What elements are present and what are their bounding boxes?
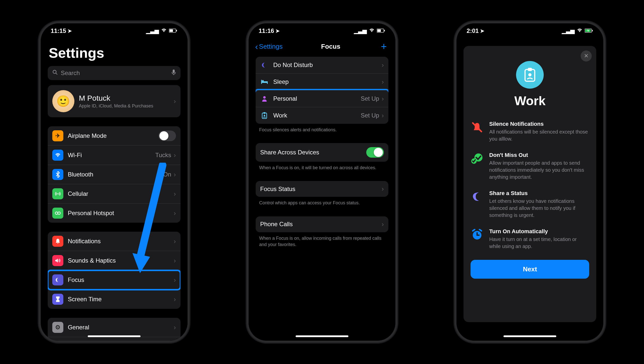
sounds-row[interactable]: Sounds & Haptics › <box>48 251 180 270</box>
hotspot-row[interactable]: Personal Hotspot › <box>48 204 180 223</box>
battery-icon <box>169 28 177 34</box>
work-value: Set Up <box>361 112 379 119</box>
svg-rect-30 <box>528 68 532 71</box>
chevron-right-icon: › <box>174 324 176 331</box>
next-button[interactable]: Next <box>471 260 589 279</box>
page-title: Settings <box>46 38 182 66</box>
svg-rect-19 <box>261 80 262 84</box>
feature-dontmiss: Don't Miss Out Allow important people an… <box>471 152 589 180</box>
share-toggle[interactable] <box>366 147 384 158</box>
dnd-row[interactable]: Do Not Disturb › <box>256 57 388 74</box>
feature-sub: All notifications will be silenced excep… <box>489 128 589 142</box>
connectivity-group: ✈︎ Airplane Mode Wi-Fi Tucks › Bluetooth… <box>48 126 180 223</box>
focus-group: Notifications › Sounds & Haptics › Focus… <box>48 232 180 309</box>
screentime-label: Screen Time <box>68 296 174 303</box>
feature-sharestatus: Share a Status Let others know you have … <box>471 190 589 219</box>
cellular-row[interactable]: Cellular › <box>48 184 180 204</box>
notch <box>287 23 357 35</box>
wifi-icon <box>577 28 583 34</box>
back-label: Settings <box>259 43 283 50</box>
phonecalls-card: Phone Calls › <box>256 216 388 232</box>
focus-row[interactable]: Focus › <box>48 270 180 290</box>
feature-sub: Allow important people and apps to send … <box>489 159 589 180</box>
phonecalls-row[interactable]: Phone Calls › <box>256 216 388 232</box>
feature-title: Share a Status <box>489 190 589 197</box>
svg-point-25 <box>264 115 265 116</box>
search-icon <box>52 70 58 77</box>
chevron-right-icon: › <box>174 171 176 178</box>
status-time: 11:16 <box>259 27 274 34</box>
back-button[interactable]: ‹ Settings <box>255 42 283 51</box>
location-arrow-icon: ➤ <box>68 28 72 34</box>
moon-icon <box>471 190 484 203</box>
focus-label: Focus <box>68 276 174 283</box>
focusstatus-label: Focus Status <box>260 186 382 193</box>
person-icon <box>260 94 269 103</box>
phone-work-setup: 2:01 ➤ ▁▃▅ ✕ Work <box>454 21 605 343</box>
mic-icon[interactable] <box>171 69 176 77</box>
apple-id-card[interactable]: 🙂 M Potuck Apple ID, iCloud, Media & Pur… <box>48 85 180 117</box>
footer-text: Focus silences alerts and notifications. <box>254 124 390 133</box>
svg-point-21 <box>262 80 264 82</box>
home-indicator[interactable] <box>296 335 348 337</box>
chevron-right-icon: › <box>174 209 176 217</box>
bluetooth-row[interactable]: Bluetooth On › <box>48 165 180 184</box>
personal-value: Set Up <box>361 95 379 102</box>
hotspot-icon <box>52 208 63 219</box>
badge-icon <box>260 111 269 120</box>
feature-auto: Turn On Automatically Have it turn on at… <box>471 228 589 250</box>
feature-title: Turn On Automatically <box>489 228 589 235</box>
chevron-right-icon: › <box>382 220 384 228</box>
home-indicator[interactable] <box>88 335 141 337</box>
status-time: 2:01 <box>467 27 479 34</box>
add-button[interactable]: + <box>379 41 389 52</box>
bluetooth-value: On <box>163 171 171 178</box>
alarm-clock-icon <box>471 228 484 241</box>
personal-row[interactable]: Personal Set Up › <box>256 90 388 107</box>
moon-icon <box>260 61 269 69</box>
search-input[interactable]: Search <box>48 66 180 80</box>
svg-rect-17 <box>384 30 385 31</box>
wifi-settings-icon <box>52 150 63 161</box>
airplane-mode-row[interactable]: ✈︎ Airplane Mode <box>48 126 180 146</box>
chevron-right-icon: › <box>174 276 176 284</box>
personal-label: Personal <box>273 95 361 102</box>
close-button[interactable]: ✕ <box>581 50 592 62</box>
focusstatus-row[interactable]: Focus Status › <box>256 181 388 197</box>
airplane-toggle[interactable] <box>158 131 176 141</box>
wifi-row[interactable]: Wi-Fi Tucks › <box>48 146 180 165</box>
svg-rect-24 <box>263 112 265 114</box>
svg-rect-5 <box>173 70 175 73</box>
avatar: 🙂 <box>52 90 74 112</box>
general-row[interactable]: ⚙︎ General › <box>48 318 180 337</box>
dnd-label: Do Not Disturb <box>273 62 382 69</box>
wifi-value: Tucks <box>155 152 171 159</box>
work-row[interactable]: Work Set Up › <box>256 107 388 124</box>
sleep-row[interactable]: Sleep › <box>256 74 388 90</box>
modal-title: Work <box>471 94 589 108</box>
share-row[interactable]: Share Across Devices <box>256 143 388 162</box>
status-time: 11:15 <box>51 27 66 34</box>
controlcenter-row[interactable]: Control Center › <box>48 337 180 341</box>
feature-title: Don't Miss Out <box>489 152 589 158</box>
focus-icon <box>52 274 63 285</box>
chevron-right-icon: › <box>382 112 384 119</box>
hotspot-label: Personal Hotspot <box>68 210 174 217</box>
notifications-row[interactable]: Notifications › <box>48 232 180 251</box>
highlighted-setup-rows: Personal Set Up › Work Set Up › <box>256 89 388 124</box>
focusstatus-card: Focus Status › <box>256 181 388 197</box>
notifications-icon <box>52 236 63 247</box>
feature-sub: Have it turn on at a set time, location … <box>489 236 589 250</box>
chevron-right-icon: › <box>174 257 176 265</box>
sleep-label: Sleep <box>273 78 382 85</box>
nav-bar: ‹ Settings Focus + <box>254 38 390 57</box>
general-label: General <box>68 324 174 331</box>
svg-rect-28 <box>592 30 593 31</box>
general-group: ⚙︎ General › Control Center › <box>48 318 180 341</box>
svg-point-31 <box>528 73 532 77</box>
svg-rect-1 <box>169 29 173 32</box>
screentime-row[interactable]: Screen Time › <box>48 290 180 309</box>
nav-title: Focus <box>321 43 340 50</box>
sounds-label: Sounds & Haptics <box>68 257 174 264</box>
home-indicator[interactable] <box>503 335 556 337</box>
